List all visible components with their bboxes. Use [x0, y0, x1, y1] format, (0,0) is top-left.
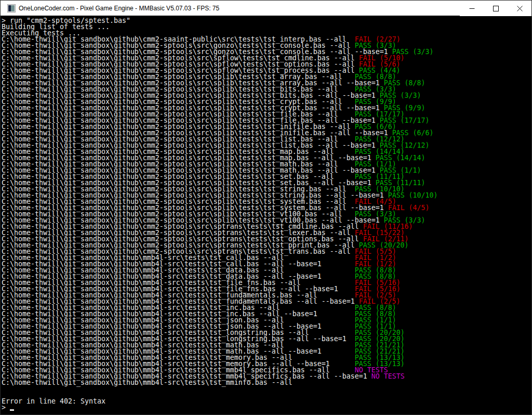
- test-result-line: C:\home-thwill\git_sandbox\github\mmb4l-…: [2, 380, 531, 386]
- terminal-line: [2, 386, 531, 392]
- test-status: NO TESTS: [371, 372, 405, 380]
- close-icon: [517, 6, 523, 11]
- terminal-screen[interactable]: > run "cmm2-sptools/sptest.bas"Building …: [1, 16, 531, 414]
- terminal-line: Building list of tests ...: [2, 24, 531, 30]
- maximize-button[interactable]: [484, 1, 508, 16]
- prompt: >: [2, 404, 10, 411]
- window-controls: [460, 1, 531, 16]
- terminal-line: Error in line 402: Syntax: [2, 398, 531, 405]
- window-title: OneLoneCoder.com - Pixel Game Engine - M…: [19, 5, 219, 12]
- pge-app-icon: [7, 4, 16, 12]
- title-bar[interactable]: OneLoneCoder.com - Pixel Game Engine - M…: [1, 1, 531, 16]
- close-button[interactable]: [508, 1, 531, 16]
- text-cursor: [10, 405, 14, 411]
- maximize-icon: [493, 6, 499, 11]
- app-window: OneLoneCoder.com - Pixel Game Engine - M…: [0, 0, 532, 415]
- terminal-output: > run "cmm2-sptools/sptest.bas"Building …: [2, 18, 531, 411]
- prompt-line: >: [2, 405, 531, 411]
- test-command: C:\home-thwill\git_sandbox\github\mmb4l-…: [2, 379, 355, 386]
- minimize-button[interactable]: [460, 1, 484, 16]
- minimize-icon: [469, 6, 475, 11]
